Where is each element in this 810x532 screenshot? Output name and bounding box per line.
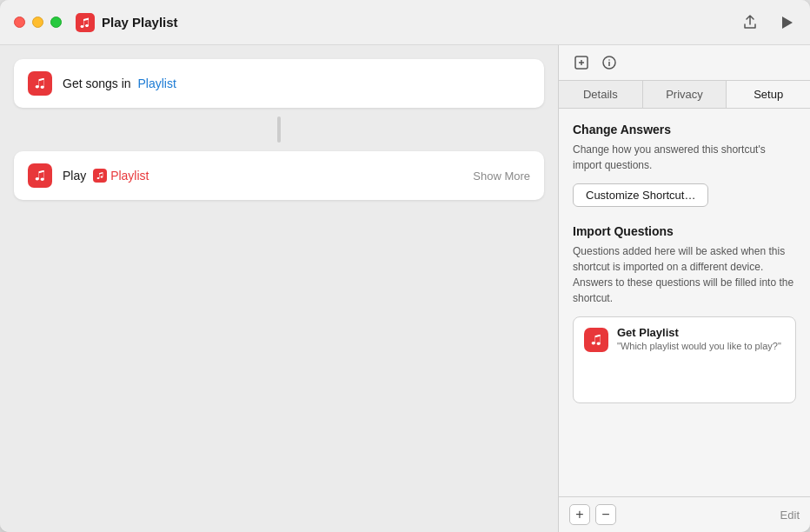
add-to-dock-button[interactable] <box>573 54 590 71</box>
right-panel: Details Privacy Setup Change Answers Cha… <box>558 45 810 532</box>
tabs-row: Details Privacy Setup <box>559 81 810 109</box>
info-button[interactable] <box>601 54 618 71</box>
import-questions-title: Import Questions <box>573 224 796 238</box>
divider-area <box>14 116 544 143</box>
divider <box>277 116 281 143</box>
get-songs-action-card: Get songs in Playlist <box>14 59 544 108</box>
right-panel-header <box>559 45 810 81</box>
share-button[interactable] <box>740 13 760 32</box>
svg-marker-0 <box>782 17 793 29</box>
minimize-button[interactable] <box>32 17 43 28</box>
play-button[interactable] <box>777 13 796 32</box>
playlist-keyword-1[interactable]: Playlist <box>138 76 176 90</box>
import-item-title: Get Playlist <box>617 326 781 339</box>
import-item-music-icon <box>584 328 608 352</box>
titlebar: Play Playlist <box>0 0 810 45</box>
music-icon-2 <box>28 163 52 188</box>
play-action-card: Play Playlist Show More <box>14 151 544 200</box>
import-item-text: Get Playlist "Which playlist would you l… <box>617 326 781 351</box>
playlist-pill-icon <box>93 169 107 183</box>
main-window: Play Playlist <box>0 0 810 532</box>
music-icon-1 <box>28 71 52 96</box>
right-panel-body: Change Answers Change how you answered t… <box>559 109 810 496</box>
add-question-button[interactable]: + <box>569 504 590 525</box>
show-more-button[interactable]: Show More <box>473 170 530 183</box>
customize-shortcut-button[interactable]: Customize Shortcut… <box>573 183 708 207</box>
window-title: Play Playlist <box>102 15 740 30</box>
import-questions-section: Import Questions Questions added here wi… <box>573 224 796 403</box>
playlist-pill[interactable]: Playlist <box>93 169 149 183</box>
change-answers-desc: Change how you answered this shortcut's … <box>573 142 796 173</box>
import-item: Get Playlist "Which playlist would you l… <box>584 326 785 352</box>
titlebar-actions <box>740 13 796 32</box>
tab-setup[interactable]: Setup <box>727 81 810 108</box>
traffic-lights <box>14 17 62 28</box>
svg-point-6 <box>608 59 610 61</box>
edit-button[interactable]: Edit <box>780 509 800 522</box>
import-item-subtitle: "Which playlist would you like to play?" <box>617 341 781 351</box>
tab-details[interactable]: Details <box>559 81 643 108</box>
app-icon <box>76 13 95 32</box>
tab-privacy[interactable]: Privacy <box>643 81 727 108</box>
left-panel: Get songs in Playlist Play <box>0 45 558 532</box>
bottom-bar: + − Edit <box>559 496 810 532</box>
import-questions-box: Get Playlist "Which playlist would you l… <box>573 316 796 403</box>
close-button[interactable] <box>14 17 25 28</box>
content-area: Get songs in Playlist Play <box>0 45 810 532</box>
play-label: Play Playlist <box>63 169 462 183</box>
maximize-button[interactable] <box>50 17 62 28</box>
change-answers-title: Change Answers <box>573 123 796 136</box>
import-questions-desc: Questions added here will be asked when … <box>573 243 796 306</box>
get-songs-label: Get songs in Playlist <box>63 76 530 90</box>
remove-question-button[interactable]: − <box>595 504 616 525</box>
